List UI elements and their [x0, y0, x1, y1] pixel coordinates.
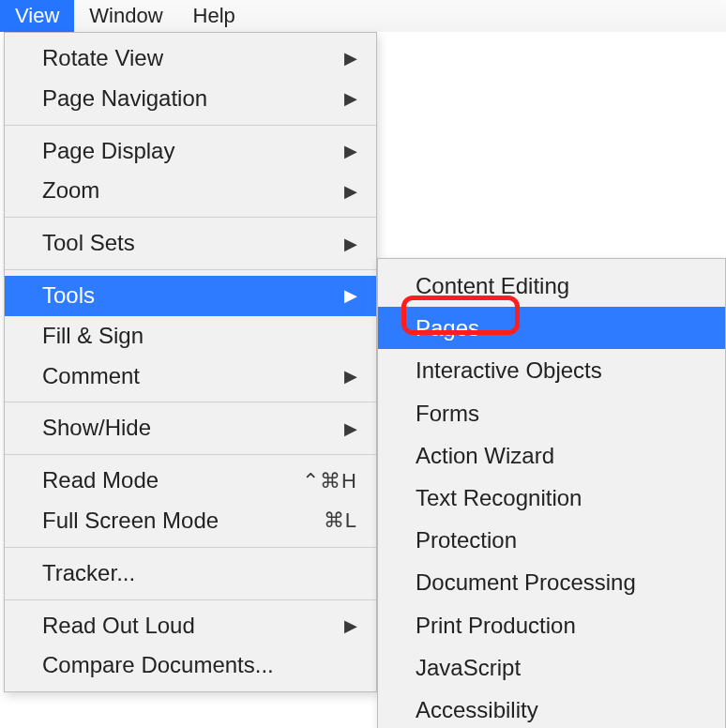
submenu-arrow-icon: ▶: [344, 364, 357, 388]
svg-rect-10: [634, 89, 653, 108]
menu-item-label: Page Navigation: [42, 83, 207, 115]
menu-item-label: Show/Hide: [42, 412, 151, 445]
submenu-arrow-icon: ▶: [344, 86, 357, 111]
submenu-item-label: Interactive Objects: [416, 353, 602, 387]
menu-separator: [5, 125, 376, 126]
text-edit-icon[interactable]: T: [632, 86, 664, 118]
menu-item-label: Tracker...: [42, 557, 135, 590]
svg-rect-14: [699, 109, 708, 112]
submenu-item-javascript[interactable]: JavaScript: [378, 646, 725, 689]
svg-line-6: [541, 93, 545, 97]
menu-item-label: Page Display: [42, 135, 174, 168]
svg-rect-0: [469, 91, 499, 114]
menu-item-full-screen-mode[interactable]: Full Screen Mode ⌘L: [5, 501, 376, 541]
menu-item-tools[interactable]: Tools ▶: [5, 276, 376, 316]
submenu-item-forms[interactable]: Forms: [378, 392, 725, 434]
submenu-item-action-wizard[interactable]: Action Wizard: [378, 434, 725, 477]
view-dropdown: Rotate View ▶ Page Navigation ▶ Page Dis…: [4, 32, 377, 692]
menu-separator: [5, 402, 376, 402]
svg-text:T: T: [639, 91, 647, 106]
menu-item-read-mode[interactable]: Read Mode ⌃⌘H: [5, 461, 376, 501]
menu-separator: [5, 599, 376, 600]
menu-separator: [5, 217, 376, 218]
svg-line-7: [556, 108, 560, 112]
zoom-in-button[interactable]: [508, 155, 550, 196]
menu-item-fill-sign[interactable]: Fill & Sign: [5, 316, 376, 356]
toolbar-divider: [517, 80, 518, 125]
submenu-arrow-icon: ▶: [344, 232, 357, 256]
submenu-item-label: Text Recognition: [416, 480, 582, 515]
svg-rect-12: [686, 87, 704, 114]
annotation-highlight-box: [401, 296, 520, 335]
submenu-arrow-icon: ▶: [344, 614, 357, 638]
menu-window[interactable]: Window: [74, 0, 177, 32]
menu-item-page-display[interactable]: Page Display ▶: [5, 131, 376, 172]
mail-icon[interactable]: [468, 86, 500, 118]
submenu-arrow-icon: ▶: [344, 139, 357, 163]
menu-help[interactable]: Help: [178, 0, 250, 32]
svg-line-9: [541, 108, 545, 112]
delete-page-icon[interactable]: [681, 86, 713, 118]
gear-icon[interactable]: [535, 86, 567, 118]
menu-item-label: Comment: [42, 360, 140, 393]
menu-item-tool-sets[interactable]: Tool Sets ▶: [5, 223, 376, 264]
menubar: View Window Help: [0, 0, 726, 32]
menu-item-label: Fill & Sign: [42, 320, 144, 353]
menu-item-page-navigation[interactable]: Page Navigation ▶: [5, 79, 376, 119]
menu-item-label: Compare Documents...: [42, 649, 274, 682]
zoom-dropdown-arrow[interactable]: ▼: [659, 156, 695, 195]
svg-point-13: [696, 102, 711, 117]
submenu-item-label: Protection: [416, 523, 517, 557]
menu-item-compare-documents[interactable]: Compare Documents...: [5, 645, 376, 686]
svg-rect-16: [522, 174, 537, 177]
submenu-arrow-icon: ▶: [344, 179, 357, 204]
submenu-arrow-icon: ▶: [344, 46, 357, 70]
menu-item-label: Read Out Loud: [42, 610, 195, 643]
menu-item-label: Tool Sets: [42, 227, 135, 260]
menu-separator: [5, 454, 376, 455]
pdf-file-icon: PDF: [694, 39, 720, 68]
menu-item-read-out-loud[interactable]: Read Out Loud ▶: [5, 606, 376, 646]
menu-item-label: Read Mode: [42, 464, 159, 497]
submenu-item-label: Accessibility: [416, 692, 538, 727]
submenu-item-label: Action Wizard: [416, 438, 554, 473]
submenu-arrow-icon: ▶: [344, 283, 357, 308]
menu-item-show-hide[interactable]: Show/Hide ▶: [5, 408, 376, 448]
submenu-item-accessibility[interactable]: Accessibility: [378, 689, 725, 728]
menu-item-label: Zoom: [42, 174, 99, 207]
menu-separator: [5, 547, 376, 548]
submenu-item-text-recognition[interactable]: Text Recognition: [378, 477, 725, 519]
submenu-item-label: Print Production: [416, 608, 576, 643]
submenu-item-label: Document Processing: [416, 565, 636, 599]
svg-point-1: [545, 97, 556, 108]
menu-item-comment[interactable]: Comment ▶: [5, 356, 376, 397]
keyboard-shortcut: ⌃⌘H: [302, 466, 357, 496]
zoom-level-combobox[interactable]: 187% ▼: [559, 155, 696, 196]
submenu-arrow-icon: ▶: [344, 417, 357, 441]
svg-rect-15: [471, 174, 486, 177]
submenu-item-print-production[interactable]: Print Production: [378, 604, 725, 646]
submenu-item-protection[interactable]: Protection: [378, 519, 725, 561]
menu-item-tracker[interactable]: Tracker...: [5, 554, 376, 594]
submenu-item-interactive-objects[interactable]: Interactive Objects: [378, 349, 725, 391]
svg-rect-17: [527, 168, 531, 183]
submenu-item-document-processing[interactable]: Document Processing: [378, 561, 725, 603]
menu-item-label: Tools: [42, 280, 95, 312]
comment-bubble-icon[interactable]: [583, 86, 615, 118]
menu-item-label: Rotate View: [42, 42, 163, 75]
submenu-item-label: JavaScript: [416, 650, 521, 685]
menu-view[interactable]: View: [0, 0, 74, 32]
menu-item-label: Full Screen Mode: [42, 505, 219, 538]
menu-item-zoom[interactable]: Zoom ▶: [5, 171, 376, 211]
svg-line-8: [556, 93, 560, 97]
zoom-level-value[interactable]: 187%: [560, 156, 659, 195]
keyboard-shortcut: ⌘L: [324, 506, 357, 536]
toolbar-right-stub: [705, 155, 720, 196]
menu-item-rotate-view[interactable]: Rotate View ▶: [5, 38, 376, 79]
zoom-out-button[interactable]: [458, 155, 499, 196]
menu-separator: [5, 269, 376, 270]
submenu-item-label: Forms: [416, 396, 479, 431]
